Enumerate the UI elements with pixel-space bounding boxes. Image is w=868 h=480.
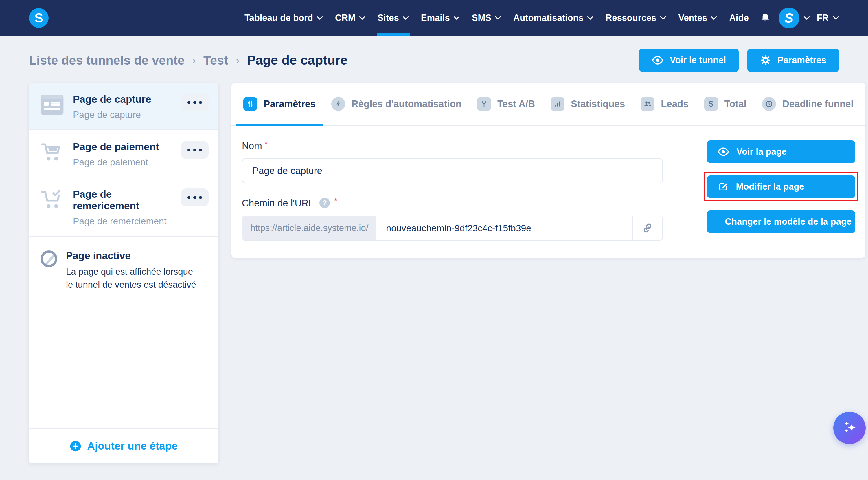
inactive-page-description: La page qui est affichée lorsque le tunn…: [66, 266, 197, 292]
breadcrumb-funnel-name[interactable]: Test: [204, 53, 228, 67]
copy-link-button[interactable]: [632, 216, 662, 240]
edit-page-button[interactable]: Modifier la page: [707, 175, 855, 198]
dollar-glyph: $: [709, 99, 713, 109]
url-label-row: Chemin de l'URL ? *: [242, 198, 663, 209]
people-icon: [641, 97, 654, 111]
funnel-steps-sidebar: Page de capture Page de capture Page de …: [29, 83, 218, 463]
edit-icon: [717, 181, 728, 192]
change-template-label: Changer le modèle de la page: [725, 216, 852, 227]
plus-circle-icon: [70, 440, 81, 452]
step-more-button[interactable]: [181, 188, 209, 206]
sliders-icon: [243, 97, 257, 111]
name-label: Nom: [242, 141, 262, 151]
split-test-icon: [477, 97, 491, 111]
header-actions: Voir le tunnel Paramètres: [639, 49, 839, 72]
step-title: Page de remericement: [73, 188, 181, 212]
breadcrumb: Liste des tunnels de vente › Test › Page…: [29, 53, 347, 68]
tab-leads[interactable]: Leads: [633, 83, 696, 125]
tab-deadline-funnel[interactable]: Deadline funnel: [754, 83, 861, 125]
breadcrumb-separator: ›: [192, 54, 196, 67]
sidebar-spacer: [29, 303, 218, 428]
nav-item-automatisations[interactable]: Automatisations: [507, 0, 599, 36]
tab-label: Total: [724, 98, 746, 110]
required-marker: *: [334, 196, 337, 206]
tab-label: Paramètres: [264, 98, 316, 110]
button-stack: Voir la page Modifier la page 1: [707, 141, 855, 233]
nav-item-ressources[interactable]: Ressources: [599, 0, 673, 36]
inactive-page-text: Page inactive La page qui est affichée l…: [66, 250, 197, 292]
annotation-highlight-box: Modifier la page 1: [704, 172, 859, 202]
nav-item-tableau-de-bord[interactable]: Tableau de bord: [239, 0, 329, 36]
nav-item-sms[interactable]: SMS: [466, 0, 507, 36]
settings-form: Nom * Chemin de l'URL ? * https://articl…: [231, 126, 865, 258]
nav-item-crm[interactable]: CRM: [329, 0, 372, 36]
tab-regles-automatisation[interactable]: Règles d'automatisation: [323, 83, 469, 125]
tab-label: Règles d'automatisation: [351, 98, 462, 110]
add-step-button[interactable]: Ajouter une étape: [70, 440, 178, 452]
chevron-down-icon: [587, 16, 593, 20]
brand-logo-letter: S: [34, 11, 43, 25]
step-text: Page de paiement Page de paiement: [73, 141, 181, 168]
add-step-label: Ajouter une étape: [87, 440, 178, 452]
tab-statistiques[interactable]: Statistiques: [543, 83, 633, 125]
question-glyph: ?: [322, 199, 327, 207]
chevron-down-icon: [833, 16, 839, 20]
funnel-settings-button[interactable]: Paramètres: [747, 49, 839, 72]
brand-logo[interactable]: S: [29, 8, 49, 28]
chevron-down-icon: [402, 16, 409, 20]
help-icon[interactable]: ?: [319, 198, 330, 208]
nav-item-sites[interactable]: Sites: [372, 0, 415, 36]
notifications-button[interactable]: [759, 11, 772, 25]
avatar-initial: S: [784, 10, 793, 26]
tab-parametres[interactable]: Paramètres: [236, 83, 323, 125]
language-code: FR: [817, 13, 829, 23]
bolt-icon: [331, 97, 345, 111]
inactive-page-item[interactable]: Page inactive La page qui est affichée l…: [29, 237, 218, 303]
step-subtitle: Page de remerciement: [73, 216, 181, 227]
chevron-down-icon: [454, 16, 460, 20]
step-more-button[interactable]: [181, 141, 209, 159]
step-more-button[interactable]: [181, 93, 209, 112]
chevron-down-icon: [495, 16, 501, 20]
bell-icon: [760, 12, 771, 24]
tab-label: Statistiques: [571, 98, 625, 110]
dollar-icon: $: [704, 97, 718, 111]
nav-item-ventes[interactable]: Ventes: [673, 0, 723, 36]
main-nav: Tableau de bord CRM Sites Emails SMS Aut…: [239, 0, 755, 36]
chevron-down-icon: [660, 16, 666, 20]
nav-item-aide[interactable]: Aide: [723, 0, 754, 36]
name-input[interactable]: [242, 158, 663, 183]
cart-check-icon: [40, 190, 64, 210]
step-item-payment-page[interactable]: Page de paiement Page de paiement: [29, 130, 218, 177]
step-item-capture-page[interactable]: Page de capture Page de capture: [29, 83, 218, 130]
change-template-button[interactable]: Changer le modèle de la page: [707, 210, 855, 233]
tab-label: Deadline funnel: [782, 98, 854, 110]
view-page-button[interactable]: Voir la page: [707, 141, 855, 163]
tab-test-ab[interactable]: Test A/B: [469, 83, 543, 125]
nav-item-label: Sites: [378, 13, 399, 23]
nav-item-emails[interactable]: Emails: [415, 0, 466, 36]
language-selector[interactable]: FR: [817, 13, 839, 23]
tab-total[interactable]: $ Total: [696, 83, 754, 125]
sparkles-icon: [840, 419, 859, 437]
required-marker: *: [265, 139, 268, 149]
nav-item-label: Aide: [729, 13, 748, 23]
step-settings-panel: Paramètres Règles d'automatisation: [231, 83, 865, 258]
edit-page-label: Modifier la page: [736, 182, 804, 192]
nav-right-group: S FR: [759, 7, 839, 28]
step-item-thank-you-page[interactable]: Page de remericement Page de remerciemen…: [29, 177, 218, 237]
inactive-page-title: Page inactive: [66, 250, 197, 262]
step-text: Page de capture Page de capture: [73, 93, 181, 120]
nav-item-label: Emails: [421, 13, 450, 23]
url-path-input[interactable]: [376, 216, 632, 240]
funnel-settings-label: Paramètres: [777, 55, 826, 65]
ai-assistant-button[interactable]: [833, 412, 866, 444]
page-header: Liste des tunnels de vente › Test › Page…: [0, 36, 868, 72]
bar-chart-icon: [551, 97, 564, 111]
view-funnel-button[interactable]: Voir le tunnel: [639, 49, 739, 72]
breadcrumb-funnels-list[interactable]: Liste des tunnels de vente: [29, 53, 185, 67]
account-menu[interactable]: S: [779, 7, 810, 28]
url-path-field: https://article.aide.systeme.io/: [242, 216, 663, 241]
main-content: Page de capture Page de capture Page de …: [0, 72, 868, 463]
step-subtitle: Page de paiement: [73, 157, 181, 168]
